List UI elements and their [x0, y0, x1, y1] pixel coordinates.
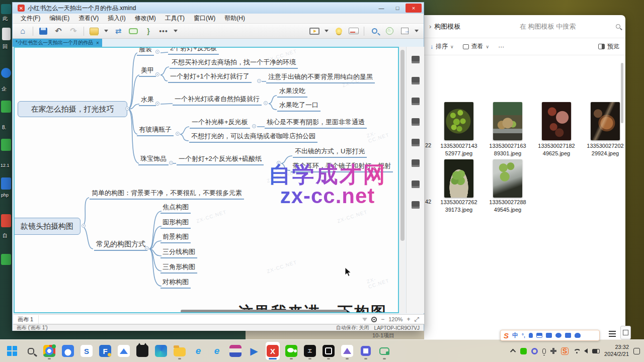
- mindmap-topic[interactable]: 不想打光的，可以去商场或者咖啡店拍公园: [189, 132, 317, 143]
- collapse-handle[interactable]: [82, 224, 86, 228]
- fit-window-icon[interactable]: ⤢: [414, 316, 419, 323]
- widget-button[interactable]: [620, 326, 631, 339]
- menu-tools[interactable]: 工具(T): [161, 13, 189, 24]
- file-thumbnail-dark-fruits[interactable]: [542, 102, 571, 140]
- black-tool-icon[interactable]: 工: [303, 342, 317, 360]
- file-thumbnail-green-apples[interactable]: [444, 159, 473, 198]
- notes-icon[interactable]: [412, 159, 420, 167]
- mindmap-topic[interactable]: 水果没吃: [277, 86, 307, 98]
- home-icon[interactable]: ⌂: [18, 27, 28, 36]
- potplayer-icon[interactable]: ▶: [247, 342, 261, 360]
- tray-snip-icon[interactable]: S: [561, 347, 569, 355]
- input-method-bar[interactable]: S 中 °,: [500, 330, 600, 341]
- image-icon[interactable]: [412, 98, 420, 105]
- mindmap-topic[interactable]: 水果: [139, 95, 156, 106]
- collapse-handle[interactable]: [176, 132, 180, 136]
- zoom-in-button[interactable]: +: [407, 316, 410, 323]
- cat-app-icon[interactable]: [135, 342, 149, 360]
- redo-icon[interactable]: ↷: [68, 27, 78, 36]
- desktop-icon-recycle-bin[interactable]: [2, 28, 11, 40]
- tray-microphone-icon[interactable]: [542, 348, 546, 354]
- file-thumbnail-kiwi-bowl[interactable]: [444, 102, 473, 140]
- wifi-icon[interactable]: [573, 349, 580, 353]
- mindmap-topic[interactable]: 不出镜的方式，U形打光: [293, 147, 367, 158]
- insert-topic-dropdown-icon[interactable]: [104, 30, 108, 32]
- file-thumbnail-green-pears[interactable]: [493, 159, 522, 198]
- format-brush-icon[interactable]: [412, 77, 420, 84]
- export-dropdown-icon[interactable]: [415, 30, 419, 32]
- mindmap-topic[interactable]: 焦点构图: [160, 203, 191, 214]
- sogou-logo-icon[interactable]: S: [504, 331, 509, 340]
- title-bar[interactable]: ✕ 小红书怎么一天拍出一个月的作品.xmind — □ ×: [13, 3, 424, 14]
- mindmap-topic[interactable]: 对称构图: [160, 278, 191, 289]
- explorer-scrollbar[interactable]: [621, 63, 623, 123]
- file-name[interactable]: 13353002714352977.jpeg: [435, 142, 483, 157]
- breadcrumb[interactable]: › 构图模板: [429, 22, 460, 31]
- collapse-handle[interactable]: [125, 107, 129, 111]
- file-explorer-icon[interactable]: [173, 342, 187, 360]
- comment-icon[interactable]: [412, 180, 420, 188]
- desktop-icon-app-green-2[interactable]: [1, 139, 11, 151]
- marker-flag-icon[interactable]: [412, 118, 420, 126]
- notification-center-icon[interactable]: [633, 348, 640, 354]
- mindmap-topic[interactable]: 珠宝饰品: [138, 154, 169, 165]
- desktop-icon-app-green-3[interactable]: [1, 254, 11, 265]
- punctuation-icon[interactable]: °,: [522, 333, 525, 338]
- volume-icon[interactable]: [584, 348, 588, 353]
- undo-icon[interactable]: ↶: [53, 27, 63, 36]
- chinese-mode-icon[interactable]: 中: [512, 331, 518, 340]
- screen-cast-icon[interactable]: [377, 342, 391, 360]
- menu-insert[interactable]: 插入(I): [104, 13, 129, 24]
- zoom-level[interactable]: 120%: [388, 316, 403, 322]
- mindmap-topic[interactable]: 2个射灯+反光板: [168, 47, 219, 55]
- soft-keyboard-icon[interactable]: [536, 333, 542, 338]
- mindmap-topic[interactable]: 不想买补光灯去商场拍，找一个干净的环境: [170, 58, 298, 69]
- mindmap-topic[interactable]: 服装: [137, 47, 154, 56]
- desktop-icon-this-pc[interactable]: [1, 4, 11, 14]
- tab-close-icon[interactable]: ×: [96, 40, 99, 46]
- file-thumbnail-kiwi-plate[interactable]: [493, 102, 522, 140]
- photos-icon[interactable]: [117, 342, 131, 360]
- summary-icon[interactable]: }: [143, 27, 153, 36]
- more-tools-dropdown-icon[interactable]: [174, 30, 178, 32]
- mindmap-topic[interactable]: 简单的构图：背景要干净，不要很乱，不要很多元素: [90, 189, 244, 200]
- mindmap-root-topic[interactable]: 款镜头拍摄构图: [14, 218, 80, 235]
- tray-gamebar-icon[interactable]: [550, 348, 556, 354]
- toolbox-icon[interactable]: [565, 333, 571, 338]
- desktop-icon-app-red[interactable]: [1, 214, 11, 227]
- taskbar-search-icon[interactable]: [24, 342, 38, 360]
- mindmap-topic[interactable]: 一个补光棒+反光板: [190, 118, 250, 129]
- mindmap-topic[interactable]: 圆形构图: [160, 218, 191, 229]
- hamburger-menu-icon[interactable]: [607, 328, 618, 339]
- file-name[interactable]: 13353002720229924.jpeg: [581, 142, 629, 157]
- mindmap-topic[interactable]: 一个射灯+1个补光灯就行了: [168, 72, 252, 83]
- shield-icon[interactable]: [575, 333, 581, 338]
- file-thumbnail-glass-drink[interactable]: [591, 102, 620, 140]
- mindmap-topic[interactable]: 前景构图: [160, 232, 191, 243]
- horizontal-scrollbar[interactable]: [181, 310, 347, 313]
- close-button[interactable]: ×: [406, 4, 422, 13]
- mindmap-root-topic[interactable]: 在家怎么拍摄，打光技巧: [18, 101, 127, 117]
- ring-app-icon[interactable]: [359, 342, 373, 360]
- mountain-app-icon[interactable]: [340, 342, 354, 360]
- file-name[interactable]: 13353002716389301.jpeg: [484, 142, 532, 157]
- more-options-button[interactable]: ···: [498, 43, 504, 50]
- blue-e-browser-icon-2[interactable]: e: [210, 342, 224, 360]
- export-icon[interactable]: [399, 27, 410, 36]
- collapse-handle[interactable]: [252, 124, 256, 128]
- menu-view[interactable]: 查看(V): [74, 13, 103, 24]
- mindmap-topic[interactable]: 一个补光灯或者自然拍摄就行: [173, 95, 262, 106]
- vertical-scrollbar[interactable]: [400, 47, 405, 313]
- chrome-icon[interactable]: [42, 342, 56, 360]
- taskbar-clock[interactable]: 23:32 2024/2/21: [604, 344, 629, 358]
- file-name[interactable]: 13353002728849545.jpeg: [484, 199, 532, 214]
- mindmap-canvas[interactable]: ZX-CC.NET ZX-CC.NET ZX-CC.NET ZX-CC.NET …: [14, 47, 399, 313]
- menu-help[interactable]: 帮助(H): [220, 13, 249, 24]
- document-tab[interactable]: *小红书怎么一天拍出一个月的作品 ×: [13, 39, 102, 47]
- mindmap-topic[interactable]: 美甲: [139, 66, 156, 77]
- mindmap-topic[interactable]: 核心是不要有阴影，里面非常通透: [265, 118, 367, 129]
- wechat-icon[interactable]: [284, 342, 298, 360]
- more-tools-icon[interactable]: •••: [158, 27, 169, 36]
- start-button[interactable]: [5, 342, 19, 360]
- menu-window[interactable]: 窗口(W): [190, 13, 219, 24]
